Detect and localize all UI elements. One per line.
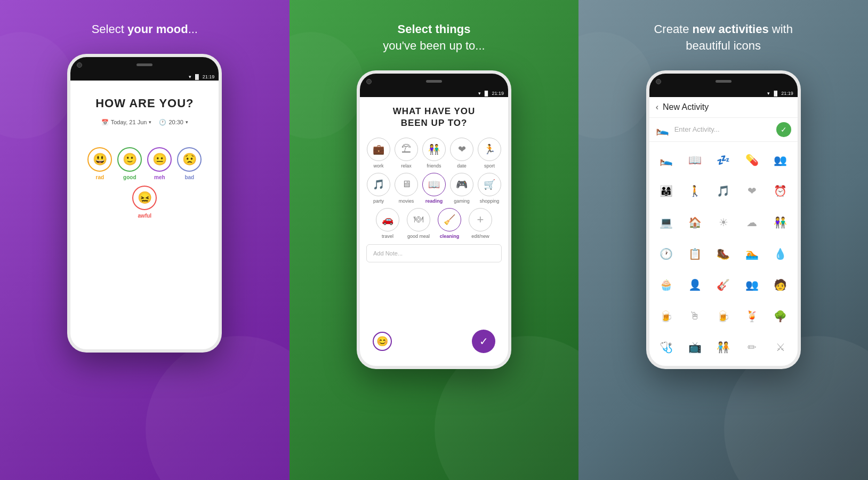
icon-cell-person[interactable]: 👤 — [681, 270, 709, 300]
mood-item-good[interactable]: 🙂good — [117, 147, 142, 180]
time-label: 20:30 — [168, 119, 183, 125]
icon-cell-clipboard[interactable]: 📋 — [681, 238, 709, 269]
list-item[interactable]: 🛒 shopping — [477, 173, 502, 204]
icon-cell-tree[interactable]: 🌳 — [767, 301, 794, 331]
camera-1 — [77, 62, 82, 68]
bottom-smiley[interactable]: 😊 — [373, 332, 392, 351]
icon-cell-user[interactable]: 🧑 — [767, 270, 794, 300]
icon-cell-hike[interactable]: 🥾 — [710, 238, 737, 269]
icon-cell-heart[interactable]: ❤ — [738, 176, 766, 206]
icon-cell-sleep[interactable]: 🛌 — [653, 145, 680, 175]
icon-cell-cloud[interactable]: ☁ — [738, 207, 766, 238]
speaker-3 — [716, 80, 732, 83]
icon-cell-sun[interactable]: ☀ — [710, 207, 737, 238]
screen-3-content: ‹ New Activity 🛌 Enter Activity... ✓ 🛌 📖… — [649, 97, 798, 366]
icon-cell-guitar[interactable]: 🎸 — [710, 270, 737, 300]
camera-2 — [366, 79, 372, 84]
mood-item-awful[interactable]: 😖awful — [132, 186, 157, 219]
entry-confirm-button[interactable]: ✓ — [776, 122, 791, 137]
icon-cell-water[interactable]: 💧 — [767, 238, 794, 269]
mood-label-good: good — [123, 174, 136, 180]
cleaning-label: cleaning — [440, 234, 460, 239]
icon-cell-group[interactable]: 👥 — [767, 145, 794, 175]
party-icon: 🎵 — [367, 173, 390, 196]
list-item[interactable]: 🚗 travel — [374, 208, 401, 239]
add-note-field[interactable]: Add Note... — [366, 244, 502, 262]
icon-cell-walk[interactable]: 🚶 — [681, 176, 709, 206]
list-item[interactable]: 🏃 sport — [477, 138, 502, 169]
icon-cell-home[interactable]: 🏠 — [681, 207, 709, 238]
icon-cell-family[interactable]: 👨‍👩‍👧 — [653, 176, 680, 206]
time-item: 🕐 20:30 ▾ — [159, 119, 188, 126]
friends-icon: 👫 — [422, 138, 446, 161]
mood-emoji-bad: 😟 — [177, 147, 202, 172]
list-item[interactable]: 🖥 movies — [394, 173, 419, 204]
icon-cell-stethoscope[interactable]: 🩺 — [653, 332, 680, 363]
list-item[interactable]: 🧹 cleaning — [436, 208, 463, 239]
icon-cell-alarm[interactable]: ⏰ — [767, 176, 794, 206]
icon-grid: 🛌 📖 💤 💊 👥 👨‍👩‍👧 🚶 🎵 ❤ ⏰ 💻 🏠 ☀ — [649, 142, 798, 366]
gaming-label: gaming — [454, 198, 470, 204]
date-item: 📅 Today, 21 Jun ▾ — [101, 119, 152, 126]
relax-icon: ⛱ — [395, 138, 418, 161]
nav-bar: ‹ New Activity — [649, 97, 798, 118]
icon-cell-couple[interactable]: 👫 — [767, 207, 794, 238]
icon-cell-beer[interactable]: 🍺 — [653, 301, 680, 331]
back-button[interactable]: ‹ — [656, 102, 658, 112]
icon-cell-cupcake[interactable]: 🧁 — [653, 270, 680, 300]
activity-input[interactable]: Enter Activity... — [674, 125, 771, 133]
heading-plain-2: you've been up to... — [383, 39, 485, 52]
list-item[interactable]: 💼 work — [366, 138, 391, 169]
icon-cell-swords[interactable]: ⚔ — [767, 332, 794, 363]
heading-bold-2: Select things — [398, 22, 471, 36]
icon-cell-cocktail[interactable]: 🍹 — [738, 301, 766, 331]
icon-cell-laptop[interactable]: 💻 — [653, 207, 680, 238]
movies-label: movies — [399, 198, 414, 204]
list-item[interactable]: + edit/new — [467, 208, 494, 239]
list-item[interactable]: 👫 friends — [422, 138, 446, 169]
phone-2-top — [360, 74, 508, 90]
shopping-label: shopping — [480, 198, 500, 204]
mood-date-row: 📅 Today, 21 Jun ▾ 🕐 20:30 ▾ — [101, 119, 188, 126]
icon-cell-pencil[interactable]: ✏ — [738, 332, 766, 363]
list-item[interactable]: 🍽 good meal — [405, 208, 432, 239]
signal-icon-1: ▐▌ — [194, 74, 200, 79]
list-item[interactable]: ⛱ relax — [394, 138, 419, 169]
sport-label: sport — [484, 163, 495, 169]
mood-item-meh[interactable]: 😐meh — [147, 147, 172, 180]
entry-field: 🛌 Enter Activity... ✓ — [649, 118, 798, 142]
list-item[interactable]: 🎵 party — [366, 173, 391, 204]
time-chevron: ▾ — [186, 119, 188, 125]
mood-item-rad[interactable]: 😃rad — [87, 147, 112, 180]
status-time-1: 21:19 — [203, 74, 215, 79]
list-item[interactable]: 🎮 gaming — [449, 173, 474, 204]
friends-label: friends — [427, 163, 441, 169]
icon-cell-book[interactable]: 📖 — [681, 145, 709, 175]
status-bar-3: ▾ ▐▌ 21:19 — [649, 90, 798, 97]
phone-3-top — [649, 74, 798, 90]
date-chevron: ▾ — [149, 119, 151, 125]
icon-cell-clock[interactable]: 🕐 — [653, 238, 680, 269]
activity-row-3: 🚗 travel 🍽 good meal 🧹 cleaning — [366, 208, 502, 239]
heading-suffix-1: ... — [188, 22, 198, 36]
phone-1-top — [70, 57, 219, 73]
icon-cell-music[interactable]: 🎵 — [710, 176, 737, 206]
icon-cell-sleep2[interactable]: 💤 — [710, 145, 737, 175]
calendar-icon: 📅 — [101, 119, 109, 126]
date-activity-label: date — [457, 163, 467, 169]
mood-item-bad[interactable]: 😟bad — [177, 147, 202, 180]
icon-cell-pill[interactable]: 💊 — [738, 145, 766, 175]
edit-new-label: edit/new — [471, 234, 489, 239]
speaker-2 — [426, 80, 442, 83]
screen-1-content: HOW ARE YOU? 📅 Today, 21 Jun ▾ 🕐 20:30 ▾ — [70, 81, 219, 349]
icon-cell-beer2[interactable]: 🍺 — [710, 301, 737, 331]
icon-cell-friends[interactable]: 🧑‍🤝‍🧑 — [710, 332, 737, 363]
icon-cell-swim[interactable]: 🏊 — [738, 238, 766, 269]
bottom-check-button[interactable]: ✓ — [472, 330, 495, 353]
list-item[interactable]: 📖 reading — [422, 173, 446, 204]
list-item[interactable]: ❤ date — [449, 138, 474, 169]
icon-cell-cursor[interactable]: 🖱 — [681, 301, 709, 331]
icon-cell-people[interactable]: 👥 — [738, 270, 766, 300]
status-time-3: 21:19 — [781, 91, 793, 96]
icon-cell-tv[interactable]: 📺 — [681, 332, 709, 363]
